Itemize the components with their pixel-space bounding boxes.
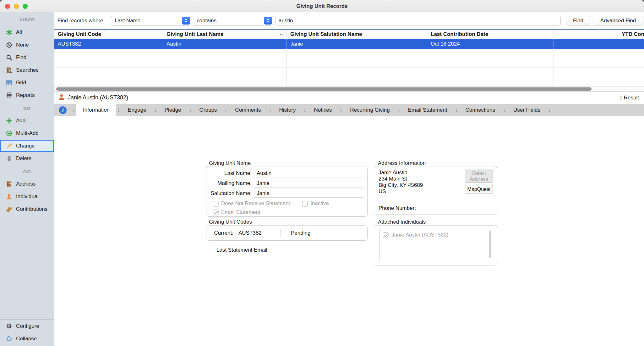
tab-separator — [153, 104, 158, 116]
giving-unit-codes-group: Current: Pending — [206, 225, 368, 241]
sidebar-item-change[interactable]: Change — [0, 140, 54, 152]
phone-number-label: Phone Number: — [379, 205, 416, 211]
sidebar-item-grid[interactable]: Grid — [0, 76, 54, 89]
column-header-giving-unit-code[interactable]: Giving Unit Code — [54, 30, 163, 39]
tab-email-statement[interactable]: Email Statement — [401, 104, 454, 116]
tab-engage[interactable]: Engage — [121, 104, 153, 116]
list-item[interactable]: Janie Austin (AUST382) — [379, 229, 492, 241]
table-row-selected[interactable]: AUST382 Austin Janie Oct 16 2024 — [54, 39, 644, 49]
select-address-button[interactable]: Select Address — [465, 170, 493, 183]
find-button[interactable]: Find — [566, 16, 590, 25]
find-records-where-label: Find records where — [57, 12, 103, 29]
sidebar-item-label: Find — [16, 54, 26, 61]
sidebar-item-reports[interactable]: Reports — [0, 89, 54, 102]
results-table: Giving Unit Code Giving Unit Last Name G… — [54, 29, 644, 91]
column-header-giving-unit-last-name[interactable]: Giving Unit Last Name — [163, 30, 287, 39]
cell-last-name: Austin — [163, 39, 287, 49]
info-button[interactable]: i — [54, 104, 71, 116]
main-area: Find records where Last Name contains Fi… — [54, 12, 644, 346]
collapse-chevrons-icon — [6, 335, 13, 342]
column-header-giving-unit-salutation-name[interactable]: Giving Unit Salutation Name — [287, 30, 427, 39]
table-row-empty — [54, 58, 644, 68]
sidebar-item-individual[interactable]: Individual — [0, 190, 54, 203]
salutation-name-label: Salutation Name: — [206, 190, 254, 197]
tab-separator — [396, 104, 401, 116]
sidebar-item-multi-add[interactable]: Multi-Add — [0, 127, 54, 140]
sidebar-item-find[interactable]: Find — [0, 51, 54, 64]
sidebar-item-label: Collapse — [16, 336, 37, 342]
sidebar-item-label: Change — [16, 143, 35, 149]
sort-ascending-icon — [279, 31, 283, 37]
does-not-receive-statement-label: Does Not Receive Statement — [221, 200, 290, 207]
sidebar-item-collapse[interactable]: Collapse — [0, 332, 54, 345]
mailing-name-label: Mailing Name: — [206, 180, 254, 187]
sidebar-item-label: Add — [16, 118, 25, 124]
tab-separator — [454, 104, 459, 116]
asterisk-icon — [6, 29, 13, 36]
circled-plus-icon — [6, 130, 13, 137]
no-entry-icon — [6, 42, 13, 48]
dropdown-chevrons-icon — [264, 17, 272, 25]
sidebar-item-searches[interactable]: Searches — [0, 64, 54, 76]
sidebar-item-address[interactable]: Address — [0, 178, 54, 190]
last-name-label: Last Name: — [206, 170, 254, 176]
sidebar-item-label: Configure — [16, 323, 39, 329]
column-header-blank[interactable] — [554, 30, 618, 39]
field-dropdown[interactable]: Last Name — [111, 16, 191, 25]
tab-pledge[interactable]: Pledge — [158, 104, 188, 116]
record-title: Janie Austin (AUST382) — [68, 94, 128, 101]
search-input[interactable] — [275, 16, 561, 25]
sidebar-section-do: DO — [0, 103, 54, 113]
horizontal-scrollbar-thumb[interactable] — [56, 87, 592, 91]
sidebar-item-none[interactable]: None — [0, 39, 54, 51]
inactive-checkbox[interactable] — [302, 201, 308, 207]
operator-dropdown[interactable]: contains — [193, 16, 273, 25]
info-icon: i — [59, 106, 67, 114]
table-row-empty — [54, 77, 644, 87]
sidebar-item-add[interactable]: Add — [0, 114, 54, 127]
advanced-find-button[interactable]: Advanced Find — [593, 16, 643, 25]
attached-individuals-title: Attached Individuals — [378, 219, 426, 225]
trash-icon — [6, 155, 13, 162]
column-header-ytd-contributions[interactable]: YTD Contri — [618, 30, 644, 39]
operator-dropdown-value: contains — [197, 18, 216, 24]
mapquest-button[interactable]: MapQuest — [465, 185, 493, 193]
sidebar-section-show: SHOW — [0, 14, 54, 24]
salutation-name-field[interactable] — [254, 189, 363, 198]
tab-information[interactable]: Information — [76, 104, 116, 116]
pending-code-field[interactable] — [313, 229, 358, 237]
printer-report-icon — [6, 92, 13, 99]
sidebar-item-delete[interactable]: Delete — [0, 152, 54, 165]
attached-individuals-listbox[interactable]: Janie Austin (AUST382) — [379, 229, 492, 262]
sidebar: SHOW All None Find Searches — [0, 12, 54, 346]
tab-history[interactable]: History — [273, 104, 303, 116]
sidebar-item-all[interactable]: All — [0, 26, 54, 39]
last-name-field[interactable] — [254, 169, 363, 177]
tab-notices[interactable]: Notices — [307, 104, 338, 116]
column-header-last-contribution-date[interactable]: Last Contribution Date — [427, 30, 554, 39]
titlebar: Giving Unit Records — [0, 0, 644, 12]
sidebar-item-label: Searches — [16, 67, 39, 73]
vertical-scrollbar-thumb[interactable] — [489, 231, 491, 258]
current-code-field[interactable] — [236, 229, 281, 237]
tab-groups[interactable]: Groups — [193, 104, 224, 116]
saved-search-book-icon — [6, 67, 13, 74]
tab-connections[interactable]: Connections — [459, 104, 502, 116]
giving-unit-name-group: Last Name: Mailing Name: Salutation Name… — [206, 166, 368, 217]
tab-bar: i Information Engage Pledge Groups Comme… — [54, 104, 644, 116]
tab-separator — [268, 104, 273, 116]
sidebar-item-label: Grid — [16, 80, 26, 86]
tab-comments[interactable]: Comments — [228, 104, 267, 116]
tab-user-fields[interactable]: User Fields — [507, 104, 547, 116]
sidebar-item-configure[interactable]: Configure — [0, 320, 54, 332]
sidebar-item-contributions[interactable]: Contributions — [0, 203, 54, 215]
attached-individual-label: Janie Austin (AUST382) — [391, 232, 448, 238]
dropdown-chevrons-icon — [182, 17, 190, 25]
email-statement-checkbox[interactable] — [213, 209, 219, 215]
does-not-receive-statement-checkbox[interactable] — [213, 201, 219, 207]
tab-recurring-giving[interactable]: Recurring Giving — [343, 104, 396, 116]
cell-blank — [554, 39, 618, 49]
attached-individual-checkbox[interactable] — [383, 232, 389, 238]
mailing-name-field[interactable] — [254, 179, 363, 187]
grid-table-icon — [6, 79, 13, 86]
